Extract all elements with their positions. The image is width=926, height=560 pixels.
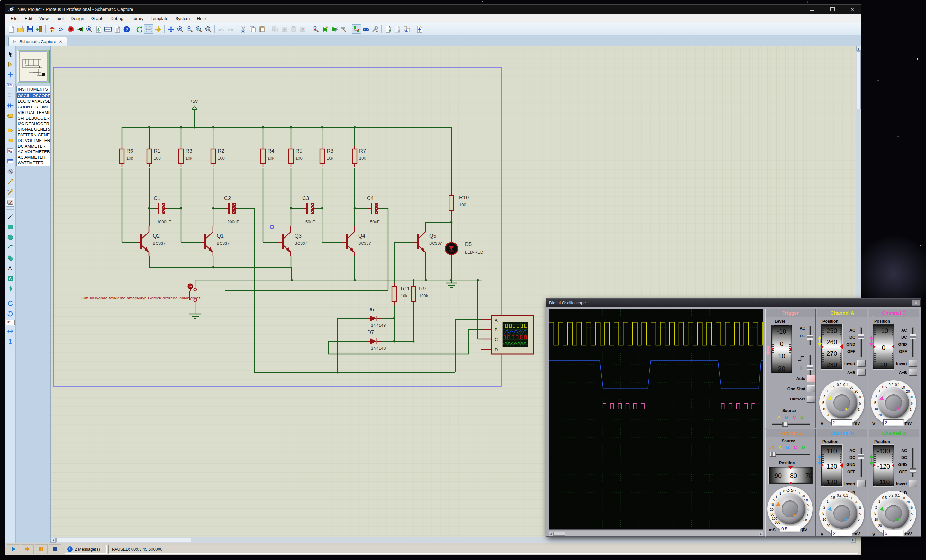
buses-mode-icon[interactable] [6,101,14,110]
decompose-icon[interactable] [339,24,348,34]
channel-d-knob[interactable] [878,498,909,529]
graph-mode-icon[interactable] [6,147,14,155]
oscilloscope-close-icon[interactable]: ✕ [912,300,920,306]
message-panel[interactable]: i 2 Message(s) [65,545,107,554]
trigger-level-drum[interactable]: -1001020 [771,325,792,373]
text-2d-icon[interactable]: A [6,264,14,272]
box-2d-icon[interactable] [6,223,14,231]
component-mode-icon[interactable] [6,60,14,68]
instrument-item-pattern-generator[interactable]: PATTERN GENERATOR [17,132,50,138]
instrument-item-ac-voltmeter[interactable]: AC VOLTMETER [17,149,50,154]
flip-vertical-icon[interactable] [6,338,14,346]
instrument-item-i2c-debugger[interactable]: I2C DEBUGGER [17,121,50,126]
device-pin-mode-icon[interactable] [6,136,14,145]
line-2d-icon[interactable] [6,213,14,221]
drum-adjust-arrows[interactable] [869,454,874,465]
tab-schematic-capture[interactable]: Schematic Capture ✕ [8,37,67,46]
menu-view[interactable]: View [36,15,52,22]
menu-debug[interactable]: Debug [107,15,127,22]
instrument-item-logic-analyser[interactable]: LOGIC ANALYSER [17,98,50,104]
menu-design[interactable]: Design [67,15,88,22]
search-parts-icon[interactable] [361,24,371,34]
subcircuit-mode-icon[interactable] [6,112,14,120]
new-project-icon[interactable] [6,24,16,34]
zoom-in-icon[interactable] [176,24,185,34]
channel-b-coupling-switch[interactable] [858,454,864,459]
trigger-edge-switch[interactable] [807,365,813,370]
path-2d-icon[interactable] [6,254,14,262]
origin-icon[interactable] [153,24,163,34]
drum-adjust-arrows[interactable] [817,336,822,347]
trigger-coupling-switch[interactable] [807,335,813,340]
channel-a-knob[interactable] [826,387,857,418]
design-explorer-icon[interactable] [85,24,94,34]
circle-2d-icon[interactable] [6,233,14,242]
scroll-left-icon[interactable]: ◄ [51,538,56,543]
oscilloscope-screen[interactable] [549,309,763,530]
menu-help[interactable]: Help [193,15,209,22]
help-icon[interactable]: ? [122,24,131,34]
scope-scroll-left-icon[interactable]: ◄ [549,532,553,536]
oscilloscope-title-bar[interactable]: Digital Oscilloscope ✕ [546,299,921,307]
channel-c-coupling-switch[interactable] [909,334,916,339]
schematic-capture-view-icon[interactable] [57,24,66,34]
menu-library[interactable]: Library [127,15,147,22]
channel-c-value[interactable]: 2 [883,419,904,425]
auto-button[interactable] [807,375,815,382]
hscroll-thumb[interactable] [56,538,191,542]
instrument-item-signal-generator[interactable]: SIGNAL GENERATOR [17,126,50,132]
instrument-item-oscilloscope[interactable]: OSCILLOSCOPE [17,93,50,98]
cut-icon[interactable] [239,24,248,34]
trigger-source-slider[interactable] [782,422,788,427]
stop-button[interactable] [48,544,61,554]
pan-view-icon[interactable] [166,24,176,34]
drum-adjust-arrows[interactable] [766,345,770,356]
copy-icon[interactable] [248,24,257,34]
channel-b-value[interactable]: 2 [831,530,852,536]
drum-adjust-arrows[interactable] [869,336,874,347]
channel-a-coupling-switch[interactable] [858,334,864,339]
channel-a-invert-button[interactable] [857,360,865,367]
scroll-right-icon[interactable]: ► [851,538,856,543]
gerber-view-icon[interactable]: 010 [103,24,112,34]
packaging-tool-icon[interactable] [330,24,339,34]
channel-b-knob[interactable] [826,498,857,529]
maximize-button[interactable] [828,6,837,12]
generator-mode-icon[interactable] [6,167,14,176]
title-bar[interactable]: New Project - Proteus 8 Professional - S… [5,5,861,14]
zoom-extents-icon[interactable] [204,24,213,34]
instrument-item-virtual-terminal[interactable]: VIRTUAL TERMINAL [17,110,50,115]
minimize-button[interactable] [808,6,817,12]
symbol-2d-icon[interactable]: S [6,274,14,283]
3d-visualizer-icon[interactable] [75,24,85,34]
menu-template[interactable]: Template [147,15,172,22]
electrical-rules-check-icon[interactable] [415,24,424,34]
import-project-icon[interactable] [35,24,44,34]
channel-c-ab-button[interactable] [909,369,917,376]
cursors-button[interactable] [807,396,815,403]
instrument-item-spi-debugger[interactable]: SPI DEBUGGER [17,115,50,121]
channel-c-invert-button[interactable] [909,360,917,367]
menu-graph[interactable]: Graph [88,15,107,22]
wire-label-mode-icon[interactable]: LBL [6,81,14,89]
virtual-instruments-mode-icon[interactable] [6,198,14,206]
voltage-probe-mode-icon[interactable] [6,177,14,186]
selection-mode-icon[interactable] [6,50,14,58]
menu-tool[interactable]: Tool [52,15,67,22]
marker-2d-icon[interactable] [6,285,14,293]
arc-2d-icon[interactable] [6,244,14,252]
refresh-display-icon[interactable] [135,24,144,34]
channel-c-knob[interactable] [878,387,909,418]
channel-b-invert-button[interactable] [857,480,865,487]
grid-toggle-icon[interactable] [144,24,153,34]
junction-dot-mode-icon[interactable] [6,70,14,79]
channel-d-invert-button[interactable] [909,480,917,487]
home-page-icon[interactable] [47,24,57,34]
digital-oscilloscope-dialog[interactable]: Digital Oscilloscope ✕ ◄ ► TriggerLevel-… [546,298,921,537]
scroll-up-icon[interactable]: ▲ [856,46,861,51]
pause-button[interactable] [35,544,48,554]
new-sheet-icon[interactable] [383,24,393,34]
overview-thumbnail[interactable] [17,50,50,83]
open-project-icon[interactable] [16,24,25,34]
menu-file[interactable]: File [7,15,21,22]
